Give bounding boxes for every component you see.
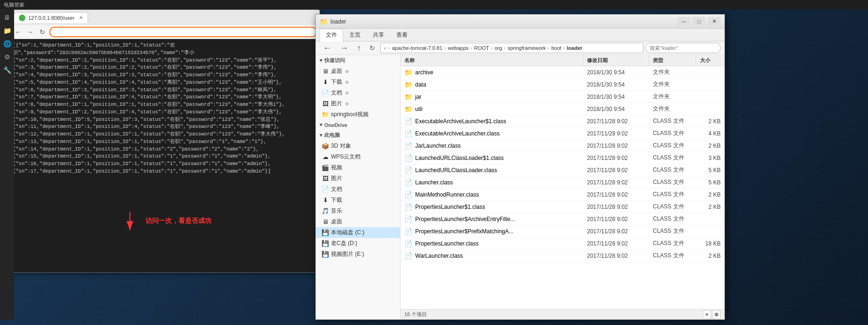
list-view-button[interactable]: ≡: [703, 310, 711, 319]
pics-icon: 🖼: [321, 175, 329, 182]
folder-icon-jar: 📁: [404, 93, 412, 101]
col-header-size[interactable]: 大小: [696, 55, 724, 66]
class-file-icon-10: 📄: [404, 228, 412, 235]
file-name-archive: 📁 archive: [401, 68, 583, 77]
refresh-dir-button[interactable]: ↻: [366, 43, 378, 53]
nav-back-button[interactable]: ←: [320, 43, 335, 53]
json-line-15: {"sn":15,"department_ID":1,"position_ID"…: [13, 153, 317, 160]
file-row-archive[interactable]: 📁 archive 2018/1/30 9:54 文件夹: [401, 66, 724, 79]
desktop-sidebar: 🖥 📁 🌐 ⚙ 🔧: [0, 9, 14, 320]
file-row-class-6[interactable]: 📄 Launcher.class 2017/11/28 9:02 CLASS 文…: [401, 176, 724, 189]
file-list-header: 名称 修改日期 类型 大小: [401, 55, 724, 66]
refresh-button[interactable]: ↻: [37, 27, 48, 37]
close-button[interactable]: ✕: [707, 17, 721, 26]
browser-tab[interactable]: 127.0.0.1:8080/user ✕: [14, 12, 88, 23]
desktop-icon: 🖥: [321, 68, 329, 75]
file-row-util[interactable]: 📁 util 2018/1/30 9:54 文件夹: [401, 103, 724, 115]
file-row-class-10[interactable]: 📄 PropertiesLauncher$PrefixMatchingA... …: [401, 225, 724, 238]
class-file-icon-7: 📄: [404, 191, 412, 198]
music-icon: 🎵: [321, 207, 329, 214]
nav-item-desktop[interactable]: 🖥 桌面 ⊕: [316, 66, 400, 77]
path-tomcat[interactable]: apache-tomcat-7.0.81: [392, 45, 442, 51]
forward-button[interactable]: →: [25, 27, 35, 37]
path-springframework[interactable]: springframework: [507, 45, 546, 51]
back-button[interactable]: ←: [13, 27, 23, 37]
nav-section-quickaccess[interactable]: ▾ 快速访问: [316, 55, 400, 66]
sidebar-icon-browser[interactable]: 🌐: [1, 38, 13, 50]
maximize-button[interactable]: □: [692, 17, 706, 26]
file-row-class-9[interactable]: 📄 PropertiesLauncher$ArchiveEntryFilte..…: [401, 213, 724, 225]
path-org[interactable]: org: [495, 45, 502, 51]
search-input[interactable]: [645, 43, 721, 53]
nav-forward-button[interactable]: →: [337, 43, 352, 53]
detail-view-button[interactable]: ⊞: [712, 310, 721, 319]
nav-item-downloads[interactable]: ⬇ 下载 ⊕: [316, 77, 400, 87]
nav-item-music[interactable]: 🎵 音乐: [316, 206, 400, 216]
nav-section-thispc[interactable]: ▾ 此电脑: [316, 130, 400, 141]
nav-item-wps[interactable]: ☁ WPS云文档: [316, 151, 400, 162]
file-row-class-4[interactable]: 📄 LaunchedURLClassLoader$1.class 2017/11…: [401, 152, 724, 164]
dl-icon: ⬇: [321, 197, 329, 204]
file-row-jar[interactable]: 📁 jar 2018/1/30 9:54 文件夹: [401, 91, 724, 103]
ribbon-tab-share[interactable]: 共享: [367, 29, 390, 41]
browser-window: 127.0.0.1:8080/user ✕ ← → ↻ 127.0.0.1:80…: [9, 9, 320, 273]
top-bar-title: 电脑管家: [4, 1, 24, 8]
nav-item-springboot[interactable]: 📁 springboot视频: [316, 109, 400, 120]
nav-section-onedrive[interactable]: ▾ OneDrive: [316, 120, 400, 130]
file-row-class-3[interactable]: 📄 JarLauncher.class 2017/11/28 9:02 CLAS…: [401, 140, 724, 152]
downloads-icon: ⬇: [321, 79, 329, 86]
file-row-class-5[interactable]: 📄 LaunchedURLClassLoader.class 2017/11/2…: [401, 164, 724, 176]
sidebar-icon-desktop[interactable]: 🖥: [1, 11, 13, 24]
dsk-icon: 🖥: [321, 218, 329, 225]
browser-tab-close[interactable]: ✕: [79, 15, 83, 20]
nav-item-docs[interactable]: 📄 文档: [316, 184, 400, 195]
nav-item-pictures[interactable]: 🖼 图片 ⊕: [316, 98, 400, 109]
annotation-text: 访问一次，看是否成功: [145, 217, 211, 225]
col-header-date[interactable]: 修改日期: [583, 55, 649, 66]
file-row-class-12[interactable]: 📄 WarLauncher.class 2017/11/28 9:02 CLAS…: [401, 250, 724, 262]
sidebar-icon-settings[interactable]: ⚙: [1, 51, 13, 63]
json-line-10: {"sn":10,"department_ID":5,"position_ID"…: [13, 116, 317, 124]
ribbon-tab-file[interactable]: 文件: [320, 29, 343, 41]
nav-up-button[interactable]: ↑: [354, 43, 364, 53]
sidebar-icon-folder[interactable]: 📁: [1, 24, 13, 37]
json-line-13: {"sn":13,"department_ID":1,"position_ID"…: [13, 138, 317, 146]
nav-item-pics[interactable]: 🖼 图片: [316, 173, 400, 184]
nav-item-video[interactable]: 🎬 视频: [316, 162, 400, 173]
nav-item-drive-e[interactable]: 💾 视频图片 (E:): [316, 249, 400, 260]
nav-item-drive-d[interactable]: 💾 老C盘 (D:): [316, 238, 400, 249]
col-header-type[interactable]: 类型: [649, 55, 696, 66]
nav-item-drive-c[interactable]: 💾 本地磁盘 (C:): [316, 227, 400, 238]
col-header-name[interactable]: 名称: [401, 55, 583, 66]
class-file-icon-12: 📄: [404, 252, 412, 260]
file-row-class-11[interactable]: 📄 PropertiesLauncher.class 2017/11/28 9:…: [401, 238, 724, 250]
nav-item-documents[interactable]: 📄 文档 ⊕: [316, 87, 400, 98]
nav-item-dsk[interactable]: 🖥 桌面: [316, 216, 400, 227]
nav-pane: ▾ 快速访问 🖥 桌面 ⊕ ⬇ 下载 ⊕ 📄 文档 ⊕: [316, 55, 401, 319]
file-row-class-2[interactable]: 📄 ExecutableArchiveLauncher.class 2017/1…: [401, 127, 724, 140]
path-webapps[interactable]: webapps: [448, 45, 468, 51]
nav-item-dl[interactable]: ⬇ 下载: [316, 195, 400, 206]
address-bar[interactable]: 127.0.0.1:8080/user: [49, 27, 317, 37]
path-loader[interactable]: loader: [567, 45, 582, 51]
file-row-class-8[interactable]: 📄 PropertiesLauncher$1.class 2017/11/28 …: [401, 201, 724, 213]
springboot-folder-icon: 📁: [321, 111, 329, 118]
documents-icon: 📄: [321, 89, 329, 96]
chevron-down-icon: ▾: [320, 57, 322, 63]
sidebar-icon-tools[interactable]: 🔧: [1, 64, 13, 76]
explorer-title-left: 📁 loader: [320, 18, 346, 25]
file-row-class-1[interactable]: 📄 ExecutableArchiveLauncher$1.class 2017…: [401, 115, 724, 127]
wps-icon: ☁: [321, 153, 329, 160]
nav-item-3d[interactable]: 📦 3D 对象: [316, 141, 400, 151]
folder-icon-util: 📁: [404, 105, 412, 113]
ribbon-tab-view[interactable]: 查看: [390, 29, 414, 41]
minimize-button[interactable]: ─: [677, 17, 691, 26]
file-row-class-7[interactable]: 📄 MainMethodRunner.class 2017/11/28 9:02…: [401, 189, 724, 201]
file-row-data[interactable]: 📁 data 2018/1/30 9:54 文件夹: [401, 79, 724, 91]
explorer-titlebar: 📁 loader ─ □ ✕: [316, 15, 724, 29]
path-boot[interactable]: boot: [551, 45, 561, 51]
path-root-dir[interactable]: ROOT: [474, 45, 489, 51]
file-name-data: 📁 data: [401, 80, 583, 89]
address-path[interactable]: « › apache-tomcat-7.0.81 › webapps › ROO…: [380, 43, 643, 53]
ribbon-tab-home[interactable]: 主页: [343, 29, 367, 41]
